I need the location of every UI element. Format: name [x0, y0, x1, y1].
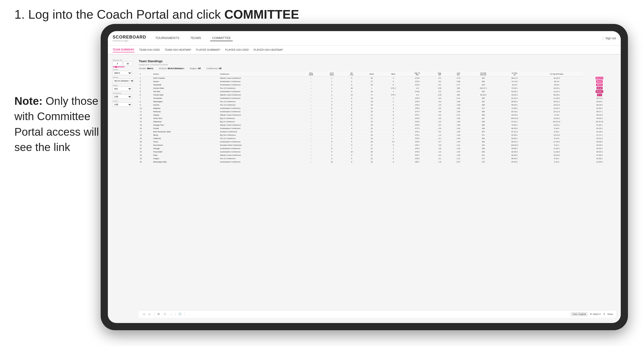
nav-teams[interactable]: TEAMS: [188, 35, 203, 41]
cell-vs-top25: 86-25-1: [499, 103, 530, 107]
cell-rnds: 17: [361, 144, 382, 147]
cell-avg-sg: -6.0: [430, 100, 449, 103]
cell-points: 33-38-4: [583, 140, 616, 144]
cell-no-tour: 10: [342, 93, 361, 97]
cell-reg-rank: –: [300, 124, 322, 127]
cell-rnds: 24: [361, 127, 382, 130]
cell-overall: 270: [468, 160, 499, 164]
th-conf-rank: ConfRank: [322, 72, 342, 77]
cell-avg-sg: -3.8: [430, 110, 449, 113]
cell-rnds: 24: [361, 120, 382, 124]
sub-nav-player-h2h-heatmap[interactable]: PLAYER H2H HEATMAP: [254, 47, 283, 52]
toolbar-divider-3: [184, 312, 184, 316]
cell-low-rd: 0.97: [449, 160, 468, 164]
cell-vs-top50: 12-14-1: [530, 90, 583, 93]
cell-conference: Southeastern Conference: [219, 110, 300, 113]
cell-conf-rank: 9: [322, 150, 342, 154]
cell-rnds: 18: [361, 90, 382, 93]
cell-no-tour: 6: [342, 97, 361, 100]
nav-committee[interactable]: COMMITTEE: [210, 35, 233, 41]
next-icon[interactable]: ▷: [148, 312, 152, 316]
cell-wins: 6: [382, 80, 404, 83]
cell-rnds: 27: [361, 80, 382, 83]
division-select[interactable]: NCAA Division I: [113, 79, 134, 83]
cell-rank: 20: [139, 140, 152, 144]
cell-vs-top25: 104-42-3: [499, 117, 530, 120]
cell-no-tour: 8: [342, 137, 361, 140]
cell-avg-sg: -5.1: [430, 130, 449, 134]
cell-school: California: [152, 137, 219, 140]
sub-nav-team-summary[interactable]: TEAM SUMMARY: [113, 47, 134, 52]
update-time-label: Update time: 27/03/2024 16:56:26: [139, 64, 168, 66]
min-rounds-input2[interactable]: [123, 61, 132, 66]
sub-nav-team-h2h-heatmap[interactable]: TEAM H2H HEATMAP: [165, 47, 191, 52]
cell-conf-rank: 1: [322, 117, 342, 120]
prev-icon[interactable]: ◁: [142, 312, 146, 316]
cell-adj-par: 276.7: [404, 113, 430, 117]
table-row: 7 Tennessee Southeastern Conference – 4 …: [139, 97, 616, 100]
cell-adj-par: 279.0: [404, 140, 430, 144]
region-filter-label: Region: [113, 84, 136, 86]
cell-school: North Carolina: [152, 77, 219, 80]
cell-reg-rank: –: [300, 90, 322, 93]
cell-adj-par: 278.5: [404, 157, 430, 160]
cell-conference: Southeastern Conference: [219, 107, 300, 110]
slider-handle[interactable]: [115, 66, 117, 68]
cell-adj-par: 279.1: [404, 134, 430, 137]
watch-button[interactable]: 👁 Watch ▾: [590, 313, 600, 315]
share-button[interactable]: Share: [607, 313, 613, 315]
cell-rank: 8: [139, 100, 152, 103]
cell-wins: 1: [382, 154, 404, 157]
cell-low-rd: 1.41: [449, 144, 468, 147]
table-row: 6 Florida State Atlantic Coast Conferenc…: [139, 93, 616, 97]
committee-emphasis: COMMITTEE: [224, 7, 299, 21]
sub-nav-team-h2h-grid[interactable]: TEAM H2H GRID: [139, 47, 160, 52]
cell-conference: Atlantic Coast Conference: [219, 77, 300, 80]
cell-adj-par: 276.3: [404, 103, 430, 107]
cell-conf-rank: 4: [322, 97, 342, 100]
region-display: Region: All: [190, 67, 200, 70]
cell-adj-par: 276.5: [404, 124, 430, 127]
table-row: 11 Arkansas Southeastern Conference – 6 …: [139, 110, 616, 113]
cell-conference: Big 12 Conference: [219, 120, 300, 124]
clock-icon[interactable]: 🕐: [178, 312, 182, 316]
table-row: 19 California Pac-12 Conference – 4 8 24…: [139, 137, 616, 140]
cell-no-tour: 8: [342, 83, 361, 87]
cell-conference: Southern Conference: [219, 130, 300, 134]
view-original-button[interactable]: View: Original: [571, 312, 588, 316]
cell-rank: 17: [139, 130, 152, 134]
more-icon[interactable]: ···: [169, 312, 173, 316]
th-avg-sg: Avg.SG: [430, 72, 449, 77]
copy-icon[interactable]: ⧉: [157, 312, 160, 316]
cell-reg-rank: –: [300, 130, 322, 134]
cell-reg-rank: –: [300, 127, 322, 130]
sub-nav-player-h2h-grid[interactable]: PLAYER H2H GRID: [225, 47, 249, 52]
cell-conference: Atlantic Coast Conference: [219, 124, 300, 127]
cell-no-tour: 10: [342, 150, 361, 154]
sub-nav-player-summary[interactable]: PLAYER SUMMARY: [196, 47, 220, 52]
cell-avg-sg: -3.8: [430, 144, 449, 147]
sign-out-link[interactable]: Sign out: [606, 37, 616, 40]
cell-reg-rank: –: [300, 83, 322, 87]
cell-overall: 268: [468, 103, 499, 107]
cell-wins: 4: [382, 103, 404, 107]
cell-overall: 271: [468, 157, 499, 160]
min-rounds-input1[interactable]: [113, 61, 122, 66]
cell-low-rd: 264: [449, 93, 468, 97]
cell-wins: 3: [382, 110, 404, 113]
cell-overall: 271: [468, 134, 499, 137]
cell-school: Washington: [152, 100, 219, 103]
cell-points: 67.3: [583, 93, 616, 97]
cell-conf-rank: 1: [322, 80, 342, 83]
conference-select[interactable]: (All): [113, 95, 132, 99]
export-icon[interactable]: ⬡: [163, 312, 167, 316]
nav-tournaments[interactable]: TOURNAMENTS: [154, 35, 181, 41]
region-select[interactable]: N/A All: [113, 87, 132, 91]
cell-rank: 10: [139, 107, 152, 110]
school-select[interactable]: (All): [113, 102, 132, 107]
table-scroll-container[interactable]: # School Conference RegRank ConfRank NoT…: [139, 72, 616, 164]
gender-select[interactable]: Men's Women's: [113, 71, 132, 75]
cell-conference: Pac-12 Conference: [219, 137, 300, 140]
cell-school: Ole Miss: [152, 90, 219, 93]
table-row: 22 Georgia Southeastern Conference – 8 7…: [139, 147, 616, 150]
